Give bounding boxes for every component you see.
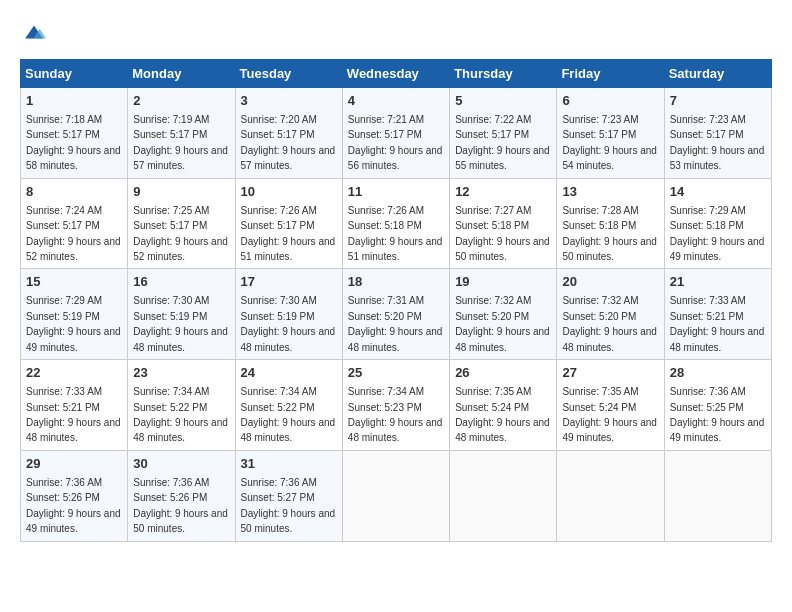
- calendar-cell: 2 Sunrise: 7:19 AMSunset: 5:17 PMDayligh…: [128, 87, 235, 178]
- calendar-cell: 11 Sunrise: 7:26 AMSunset: 5:18 PMDaylig…: [342, 178, 449, 269]
- column-header-thursday: Thursday: [450, 59, 557, 87]
- day-number: 2: [133, 92, 229, 110]
- calendar-cell: 20 Sunrise: 7:32 AMSunset: 5:20 PMDaylig…: [557, 269, 664, 360]
- day-number: 29: [26, 455, 122, 473]
- day-number: 30: [133, 455, 229, 473]
- calendar-cell: 29 Sunrise: 7:36 AMSunset: 5:26 PMDaylig…: [21, 450, 128, 541]
- calendar-cell: [450, 450, 557, 541]
- calendar-cell: 28 Sunrise: 7:36 AMSunset: 5:25 PMDaylig…: [664, 360, 771, 451]
- calendar-cell: 10 Sunrise: 7:26 AMSunset: 5:17 PMDaylig…: [235, 178, 342, 269]
- day-number: 25: [348, 364, 444, 382]
- calendar-cell: 16 Sunrise: 7:30 AMSunset: 5:19 PMDaylig…: [128, 269, 235, 360]
- day-number: 26: [455, 364, 551, 382]
- calendar-cell: 19 Sunrise: 7:32 AMSunset: 5:20 PMDaylig…: [450, 269, 557, 360]
- day-info: Sunrise: 7:21 AMSunset: 5:17 PMDaylight:…: [348, 114, 443, 171]
- column-header-saturday: Saturday: [664, 59, 771, 87]
- calendar-week-row: 29 Sunrise: 7:36 AMSunset: 5:26 PMDaylig…: [21, 450, 772, 541]
- day-info: Sunrise: 7:36 AMSunset: 5:25 PMDaylight:…: [670, 386, 765, 443]
- day-number: 15: [26, 273, 122, 291]
- day-number: 23: [133, 364, 229, 382]
- calendar-cell: [664, 450, 771, 541]
- column-header-tuesday: Tuesday: [235, 59, 342, 87]
- calendar-cell: 6 Sunrise: 7:23 AMSunset: 5:17 PMDayligh…: [557, 87, 664, 178]
- calendar-cell: 23 Sunrise: 7:34 AMSunset: 5:22 PMDaylig…: [128, 360, 235, 451]
- calendar-cell: 13 Sunrise: 7:28 AMSunset: 5:18 PMDaylig…: [557, 178, 664, 269]
- day-info: Sunrise: 7:22 AMSunset: 5:17 PMDaylight:…: [455, 114, 550, 171]
- column-header-friday: Friday: [557, 59, 664, 87]
- day-number: 10: [241, 183, 337, 201]
- day-number: 24: [241, 364, 337, 382]
- calendar-week-row: 8 Sunrise: 7:24 AMSunset: 5:17 PMDayligh…: [21, 178, 772, 269]
- calendar-cell: 24 Sunrise: 7:34 AMSunset: 5:22 PMDaylig…: [235, 360, 342, 451]
- day-number: 5: [455, 92, 551, 110]
- calendar-cell: 1 Sunrise: 7:18 AMSunset: 5:17 PMDayligh…: [21, 87, 128, 178]
- day-info: Sunrise: 7:33 AMSunset: 5:21 PMDaylight:…: [26, 386, 121, 443]
- day-info: Sunrise: 7:29 AMSunset: 5:19 PMDaylight:…: [26, 295, 121, 352]
- day-number: 9: [133, 183, 229, 201]
- day-number: 3: [241, 92, 337, 110]
- day-info: Sunrise: 7:26 AMSunset: 5:18 PMDaylight:…: [348, 205, 443, 262]
- day-info: Sunrise: 7:18 AMSunset: 5:17 PMDaylight:…: [26, 114, 121, 171]
- calendar-cell: 12 Sunrise: 7:27 AMSunset: 5:18 PMDaylig…: [450, 178, 557, 269]
- day-info: Sunrise: 7:20 AMSunset: 5:17 PMDaylight:…: [241, 114, 336, 171]
- day-number: 31: [241, 455, 337, 473]
- day-number: 16: [133, 273, 229, 291]
- day-info: Sunrise: 7:30 AMSunset: 5:19 PMDaylight:…: [241, 295, 336, 352]
- day-number: 1: [26, 92, 122, 110]
- day-number: 6: [562, 92, 658, 110]
- day-info: Sunrise: 7:29 AMSunset: 5:18 PMDaylight:…: [670, 205, 765, 262]
- day-info: Sunrise: 7:34 AMSunset: 5:22 PMDaylight:…: [133, 386, 228, 443]
- calendar-cell: 30 Sunrise: 7:36 AMSunset: 5:26 PMDaylig…: [128, 450, 235, 541]
- page-header: [20, 20, 772, 49]
- calendar-table: SundayMondayTuesdayWednesdayThursdayFrid…: [20, 59, 772, 542]
- day-number: 22: [26, 364, 122, 382]
- calendar-cell: 9 Sunrise: 7:25 AMSunset: 5:17 PMDayligh…: [128, 178, 235, 269]
- calendar-cell: 5 Sunrise: 7:22 AMSunset: 5:17 PMDayligh…: [450, 87, 557, 178]
- day-info: Sunrise: 7:26 AMSunset: 5:17 PMDaylight:…: [241, 205, 336, 262]
- logo: [20, 20, 46, 49]
- calendar-cell: 8 Sunrise: 7:24 AMSunset: 5:17 PMDayligh…: [21, 178, 128, 269]
- calendar-cell: [342, 450, 449, 541]
- calendar-cell: [557, 450, 664, 541]
- calendar-cell: 21 Sunrise: 7:33 AMSunset: 5:21 PMDaylig…: [664, 269, 771, 360]
- calendar-cell: 18 Sunrise: 7:31 AMSunset: 5:20 PMDaylig…: [342, 269, 449, 360]
- day-number: 27: [562, 364, 658, 382]
- day-number: 8: [26, 183, 122, 201]
- calendar-week-row: 1 Sunrise: 7:18 AMSunset: 5:17 PMDayligh…: [21, 87, 772, 178]
- day-info: Sunrise: 7:23 AMSunset: 5:17 PMDaylight:…: [562, 114, 657, 171]
- day-info: Sunrise: 7:27 AMSunset: 5:18 PMDaylight:…: [455, 205, 550, 262]
- day-number: 17: [241, 273, 337, 291]
- day-info: Sunrise: 7:32 AMSunset: 5:20 PMDaylight:…: [562, 295, 657, 352]
- day-number: 13: [562, 183, 658, 201]
- day-number: 19: [455, 273, 551, 291]
- calendar-cell: 22 Sunrise: 7:33 AMSunset: 5:21 PMDaylig…: [21, 360, 128, 451]
- day-info: Sunrise: 7:24 AMSunset: 5:17 PMDaylight:…: [26, 205, 121, 262]
- calendar-cell: 4 Sunrise: 7:21 AMSunset: 5:17 PMDayligh…: [342, 87, 449, 178]
- day-info: Sunrise: 7:31 AMSunset: 5:20 PMDaylight:…: [348, 295, 443, 352]
- calendar-cell: 14 Sunrise: 7:29 AMSunset: 5:18 PMDaylig…: [664, 178, 771, 269]
- column-header-sunday: Sunday: [21, 59, 128, 87]
- day-number: 18: [348, 273, 444, 291]
- calendar-cell: 25 Sunrise: 7:34 AMSunset: 5:23 PMDaylig…: [342, 360, 449, 451]
- day-number: 20: [562, 273, 658, 291]
- calendar-week-row: 15 Sunrise: 7:29 AMSunset: 5:19 PMDaylig…: [21, 269, 772, 360]
- day-info: Sunrise: 7:25 AMSunset: 5:17 PMDaylight:…: [133, 205, 228, 262]
- day-info: Sunrise: 7:33 AMSunset: 5:21 PMDaylight:…: [670, 295, 765, 352]
- calendar-week-row: 22 Sunrise: 7:33 AMSunset: 5:21 PMDaylig…: [21, 360, 772, 451]
- day-info: Sunrise: 7:23 AMSunset: 5:17 PMDaylight:…: [670, 114, 765, 171]
- column-header-monday: Monday: [128, 59, 235, 87]
- calendar-cell: 17 Sunrise: 7:30 AMSunset: 5:19 PMDaylig…: [235, 269, 342, 360]
- day-info: Sunrise: 7:36 AMSunset: 5:27 PMDaylight:…: [241, 477, 336, 534]
- day-info: Sunrise: 7:36 AMSunset: 5:26 PMDaylight:…: [133, 477, 228, 534]
- day-info: Sunrise: 7:30 AMSunset: 5:19 PMDaylight:…: [133, 295, 228, 352]
- calendar-cell: 27 Sunrise: 7:35 AMSunset: 5:24 PMDaylig…: [557, 360, 664, 451]
- day-number: 11: [348, 183, 444, 201]
- day-info: Sunrise: 7:19 AMSunset: 5:17 PMDaylight:…: [133, 114, 228, 171]
- logo-icon: [22, 20, 46, 44]
- day-info: Sunrise: 7:35 AMSunset: 5:24 PMDaylight:…: [562, 386, 657, 443]
- column-header-wednesday: Wednesday: [342, 59, 449, 87]
- day-info: Sunrise: 7:34 AMSunset: 5:22 PMDaylight:…: [241, 386, 336, 443]
- day-number: 4: [348, 92, 444, 110]
- calendar-header: SundayMondayTuesdayWednesdayThursdayFrid…: [21, 59, 772, 87]
- calendar-body: 1 Sunrise: 7:18 AMSunset: 5:17 PMDayligh…: [21, 87, 772, 541]
